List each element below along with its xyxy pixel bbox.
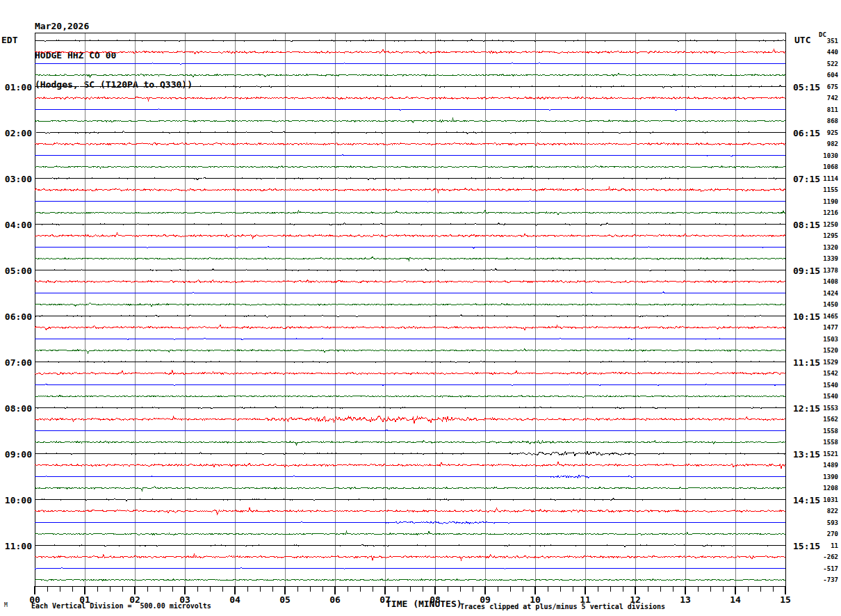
x-axis-tick-label: 14	[723, 594, 748, 605]
seismo-trace	[35, 257, 785, 261]
dc-value: 1378	[803, 267, 838, 274]
dc-value: 1489	[803, 462, 838, 469]
dc-value: 1320	[803, 244, 838, 251]
clip-note: Traces clipped at plus/minus 5 vertical …	[460, 603, 665, 610]
x-axis-tick-label: 13	[673, 594, 698, 605]
left-time-label: 02:00	[0, 128, 32, 138]
seismo-trace	[35, 49, 785, 54]
dc-value: 1477	[803, 324, 838, 331]
seismo-trace	[35, 441, 785, 445]
seismo-trace	[35, 553, 785, 560]
dc-value: 822	[803, 508, 838, 514]
scale-note: Each Vertical Division = 500.00 microvol…	[31, 602, 211, 610]
dc-value: 1450	[803, 301, 838, 308]
seismo-trace	[35, 223, 785, 226]
dc-value: 868	[803, 117, 838, 124]
x-axis-tick-label: 15	[773, 594, 798, 605]
seismo-trace	[35, 487, 785, 491]
dc-value: 522	[803, 60, 838, 67]
left-time-label: 09:00	[0, 449, 32, 460]
seismo-trace	[35, 279, 785, 283]
x-axis-title: TIME (MINUTES)	[386, 599, 462, 609]
dc-value: 270	[803, 530, 838, 537]
dc-value: 1521	[803, 451, 838, 457]
left-time-label: 07:00	[0, 357, 32, 368]
seismo-trace	[35, 165, 785, 168]
dc-value: 742	[803, 95, 838, 102]
seismo-trace	[35, 579, 785, 581]
seismo-trace	[35, 567, 785, 569]
dc-value: 1339	[803, 255, 838, 262]
left-time-label: 03:00	[0, 174, 32, 184]
left-time-label: 06:00	[0, 311, 32, 322]
x-axis-tick-label: 04	[222, 594, 247, 605]
dc-value: 1030	[803, 152, 838, 159]
dc-value: 1390	[803, 473, 838, 480]
dc-value: 1424	[803, 290, 838, 297]
seismo-trace	[35, 499, 785, 501]
dc-value: 1553	[803, 405, 838, 412]
seismo-trace	[35, 154, 785, 156]
left-time-label: 11:00	[0, 541, 32, 551]
seismo-trace	[35, 292, 785, 293]
seismo-trace	[35, 430, 785, 431]
dc-value: 675	[803, 83, 838, 90]
x-axis-tick-label: 05	[272, 594, 297, 605]
seismo-trace	[35, 97, 785, 100]
seismo-trace	[35, 384, 785, 385]
dc-value: 925	[803, 129, 838, 136]
dc-value: 1250	[803, 221, 838, 228]
seismo-trace	[35, 40, 785, 42]
dc-value: 1190	[803, 198, 838, 205]
seismo-trace	[35, 371, 785, 375]
seismo-trace	[35, 302, 785, 307]
seismo-trace	[35, 119, 785, 123]
left-time-label: 04:00	[0, 220, 32, 230]
seismo-trace	[35, 233, 785, 238]
dc-value: 1540	[803, 393, 838, 400]
left-time-label: 10:00	[0, 495, 32, 505]
dc-value: 1295	[803, 232, 838, 239]
left-time-label: 08:00	[0, 403, 32, 414]
dc-value: 1068	[803, 163, 838, 170]
dc-value: 1114	[803, 175, 838, 182]
seismo-trace	[35, 452, 785, 457]
seismo-trace	[35, 63, 785, 64]
seismo-trace	[35, 407, 785, 409]
seismo-trace	[35, 544, 785, 546]
dc-value: 811	[803, 106, 838, 113]
dc-value: 1503	[803, 336, 838, 343]
seismo-trace	[35, 143, 785, 145]
seismo-trace	[35, 521, 785, 524]
seismo-trace	[35, 177, 785, 179]
dc-value: 1520	[803, 347, 838, 354]
seismo-trace	[35, 325, 785, 330]
helicorder-plot	[0, 0, 841, 616]
dc-value: 1408	[803, 278, 838, 285]
dc-value: -262	[803, 553, 838, 560]
dc-value: 351	[803, 38, 838, 44]
dc-value: 1155	[803, 186, 838, 193]
left-time-label: 05:00	[0, 266, 32, 276]
dc-value: 1031	[803, 496, 838, 503]
seismo-trace	[35, 109, 785, 111]
seismo-trace	[35, 210, 785, 215]
seismo-trace	[35, 338, 785, 340]
dc-value: 1558	[803, 428, 838, 435]
seismo-trace	[35, 361, 785, 363]
plot-frame	[35, 33, 785, 586]
dc-value: 440	[803, 49, 838, 56]
dc-value: 1562	[803, 416, 838, 423]
seismo-trace	[35, 462, 785, 469]
dc-value: -737	[803, 576, 838, 583]
seismo-trace	[35, 73, 785, 77]
dc-value: 982	[803, 140, 838, 147]
seismo-trace	[35, 315, 785, 318]
seismo-trace	[35, 269, 785, 271]
dc-value: -517	[803, 565, 838, 572]
dc-value: 1216	[803, 209, 838, 216]
dc-value: 593	[803, 519, 838, 526]
left-time-label: 01:00	[0, 82, 32, 92]
dc-value: 1558	[803, 439, 838, 446]
seismo-trace	[35, 86, 785, 88]
